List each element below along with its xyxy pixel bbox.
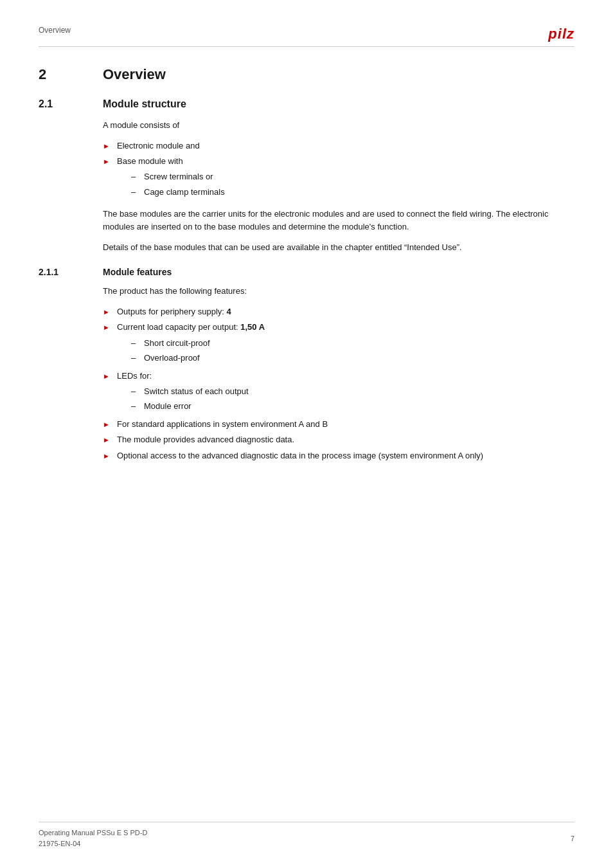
- section-21-bullet-list: ► Electronic module and ► Base module wi…: [103, 140, 574, 201]
- bullet-arrow-icon: ►: [103, 156, 111, 167]
- section-2-number: 2: [39, 66, 103, 83]
- dash-icon: –: [131, 400, 138, 413]
- dash-icon: –: [131, 170, 138, 183]
- outputs-text: Outputs for periphery supply: 4: [117, 305, 231, 318]
- optional-access-text: Optional access to the advanced diagnost…: [117, 449, 483, 462]
- overload-text: Overload-proof: [144, 352, 200, 365]
- section-21-para2: Details of the base modules that can be …: [103, 241, 574, 254]
- bullet-arrow-icon: ►: [103, 371, 111, 382]
- logo-area: pilz: [548, 26, 574, 42]
- bullet-arrow-icon: ►: [103, 419, 111, 430]
- bullet-arrow-icon: ►: [103, 322, 111, 333]
- section-21-heading: 2.1 Module structure: [39, 98, 574, 110]
- bullet-arrow-icon: ►: [103, 307, 111, 318]
- list-item: ► Electronic module and: [103, 140, 574, 152]
- short-circuit-text: Short circuit-proof: [144, 337, 210, 350]
- current-load-container: Current load capacity per output: 1,50 A…: [117, 321, 265, 366]
- section-211-content: The product has the following features: …: [103, 285, 574, 462]
- switch-status-text: Switch status of each output: [144, 385, 249, 398]
- page-header: Overview pilz: [39, 26, 574, 47]
- list-item: – Overload-proof: [131, 352, 265, 365]
- list-item: ► Optional access to the advanced diagno…: [103, 449, 574, 462]
- list-item: ► LEDs for: – Switch status of each outp…: [103, 370, 574, 415]
- list-item: – Switch status of each output: [131, 385, 249, 398]
- section-21-title: Module structure: [103, 98, 186, 110]
- list-item: – Short circuit-proof: [131, 337, 265, 350]
- section-2-heading: 2 Overview: [39, 66, 574, 83]
- bullet-2-container: Base module with – Screw terminals or – …: [117, 155, 225, 201]
- section-21-number: 2.1: [39, 98, 103, 110]
- bullet-arrow-icon: ►: [103, 435, 111, 446]
- standard-apps-text: For standard applications in system envi…: [117, 418, 328, 431]
- leds-text: LEDs for:: [117, 371, 152, 381]
- list-item: – Cage clamp terminals: [131, 186, 225, 199]
- list-item: ► Outputs for periphery supply: 4: [103, 305, 574, 318]
- section-211-title: Module features: [103, 267, 172, 277]
- section-21-content: A module consists of ► Electronic module…: [103, 119, 574, 254]
- dash-list-1: – Screw terminals or – Cage clamp termin…: [131, 170, 225, 198]
- footer-left: Operating Manual PSSu E S PD-D 21975-EN-…: [39, 827, 147, 849]
- list-item: – Screw terminals or: [131, 170, 225, 183]
- page-footer: Operating Manual PSSu E S PD-D 21975-EN-…: [39, 822, 574, 849]
- dash-list-current: – Short circuit-proof – Overload-proof: [131, 337, 265, 365]
- list-item: ► The module provides advanced diagnosti…: [103, 433, 574, 446]
- bullet-1-text: Electronic module and: [117, 140, 200, 152]
- section-211-bullet-list: ► Outputs for periphery supply: 4 ► Curr…: [103, 305, 574, 462]
- dash-icon: –: [131, 186, 138, 199]
- list-item: ► For standard applications in system en…: [103, 418, 574, 431]
- pilz-logo: pilz: [548, 26, 574, 42]
- section-2-title: Overview: [103, 66, 166, 83]
- bullet-arrow-icon: ►: [103, 141, 111, 152]
- dash-list-leds: – Switch status of each output – Module …: [131, 385, 249, 413]
- footer-page-number: 7: [571, 835, 574, 842]
- section-211-intro: The product has the following features:: [103, 285, 574, 298]
- list-item: ► Current load capacity per output: 1,50…: [103, 321, 574, 366]
- dash-2-text: Cage clamp terminals: [144, 186, 225, 199]
- dash-icon: –: [131, 385, 138, 398]
- section-21-para1: The base modules are the carrier units f…: [103, 208, 574, 233]
- module-error-text: Module error: [144, 400, 191, 413]
- section-21-intro: A module consists of: [103, 119, 574, 132]
- section-211-heading: 2.1.1 Module features: [39, 267, 574, 277]
- bullet-2-text: Base module with: [117, 156, 183, 166]
- dash-1-text: Screw terminals or: [144, 170, 213, 183]
- dash-icon: –: [131, 337, 138, 350]
- leds-container: LEDs for: – Switch status of each output…: [117, 370, 249, 415]
- dash-icon: –: [131, 352, 138, 365]
- footer-doc-number: 21975-EN-04: [39, 838, 147, 849]
- current-load-text: Current load capacity per output: 1,50 A: [117, 322, 265, 332]
- section-211-number: 2.1.1: [39, 267, 103, 277]
- advanced-diagnostic-text: The module provides advanced diagnostic …: [117, 433, 294, 446]
- breadcrumb: Overview: [39, 26, 71, 35]
- list-item: – Module error: [131, 400, 249, 413]
- bullet-arrow-icon: ►: [103, 451, 111, 462]
- list-item: ► Base module with – Screw terminals or …: [103, 155, 574, 201]
- footer-manual-name: Operating Manual PSSu E S PD-D: [39, 827, 147, 838]
